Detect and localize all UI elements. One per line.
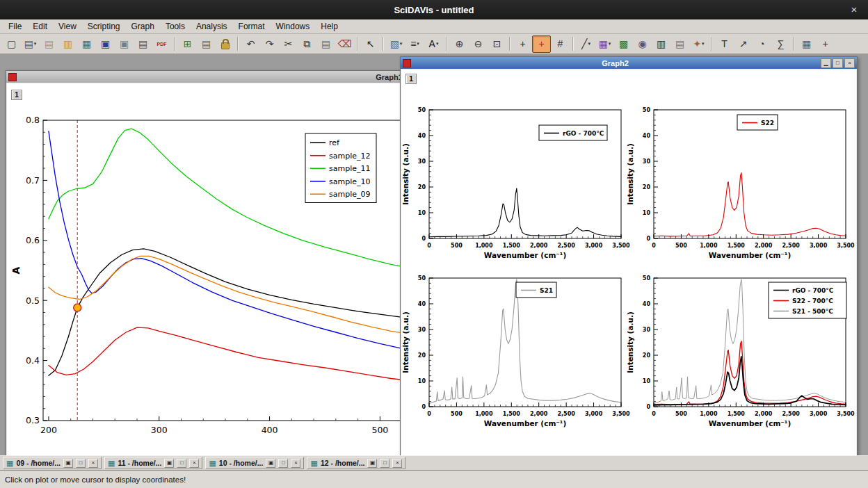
graph-window-icon: [8, 73, 17, 81]
graph2-titlebar[interactable]: Graph2 ▁□×: [401, 57, 857, 69]
add-timestamp-button[interactable]: ◔: [753, 35, 771, 53]
menu-tools[interactable]: Tools: [160, 20, 191, 33]
svg-text:10: 10: [418, 210, 426, 216]
line-style-dropdown[interactable]: ≡▾: [405, 35, 424, 53]
add-equation-button[interactable]: ∑: [771, 35, 790, 53]
menu-scripting[interactable]: Scripting: [82, 20, 126, 33]
svg-text:2,500: 2,500: [782, 243, 800, 249]
new-window-dropdown[interactable]: ▤▾: [21, 35, 40, 53]
rescale-button-icon: ⊡: [493, 39, 501, 49]
svg-text:10: 10: [643, 378, 651, 384]
open-template-button[interactable]: ▥: [58, 35, 77, 53]
project-explorer-button[interactable]: ⊞: [178, 35, 197, 53]
box-plot-button[interactable]: ▤: [670, 35, 689, 53]
raman-subplot-overlay[interactable]: 05001,0001,5002,0002,5003,0003,500010203…: [626, 270, 856, 437]
tab-float-button[interactable]: ▣: [63, 459, 73, 468]
menu-format[interactable]: Format: [233, 20, 271, 33]
tab-restore-button[interactable]: □: [278, 459, 288, 468]
graph2-window[interactable]: Graph2 ▁□× 1 05001,0001,5002,0002,5003,0…: [400, 56, 858, 455]
tab-restore-button[interactable]: □: [177, 459, 186, 468]
add-column-button[interactable]: +: [816, 35, 835, 53]
taskbar-tab-3[interactable]: ▦10 - /home/...▣□×: [205, 457, 304, 469]
rescale-button[interactable]: ⊡: [488, 35, 506, 53]
new-project-button[interactable]: ▢: [2, 35, 21, 53]
menu-help[interactable]: Help: [315, 20, 344, 33]
svg-text:10: 10: [418, 378, 426, 384]
svg-text:200: 200: [40, 425, 57, 435]
new-table-button[interactable]: ▦: [797, 35, 816, 53]
zoom-out-button[interactable]: ⊖: [469, 35, 488, 53]
delete-button[interactable]: ⌫: [335, 35, 354, 53]
taskbar-tab-4[interactable]: ▦12 - /home/...▣□×: [307, 457, 405, 469]
draw-arrow-button[interactable]: ↗: [734, 35, 753, 53]
tab-close-button[interactable]: ×: [392, 459, 402, 468]
dropdown-arrow-icon: ▾: [609, 41, 611, 47]
taskbar-tab-2[interactable]: ▦11 - /home/...▣□×: [104, 457, 202, 469]
tab-label: 12 - /home/...: [321, 459, 365, 467]
paste-button[interactable]: ▤: [316, 35, 335, 53]
menu-file[interactable]: File: [3, 20, 27, 33]
save-template-button-icon: ▣: [120, 39, 129, 49]
graph1-layer-button[interactable]: 1: [11, 90, 22, 100]
menu-view[interactable]: View: [53, 20, 82, 33]
tab-close-button[interactable]: ×: [291, 459, 300, 468]
graph2-close-button[interactable]: ×: [844, 58, 855, 68]
statusbar: Click on plot or move cursor to display …: [0, 470, 868, 488]
results-log-button[interactable]: ▤: [197, 35, 216, 53]
export-pdf-button[interactable]: PDF: [152, 35, 171, 53]
tab-float-button[interactable]: ▣: [266, 459, 275, 468]
menu-graph[interactable]: Graph: [126, 20, 160, 33]
copy-button[interactable]: ⧉: [298, 35, 316, 53]
histogram-button-icon: ▥: [657, 39, 666, 49]
tab-close-button[interactable]: ×: [88, 459, 98, 468]
open-project-button[interactable]: ▤: [40, 35, 58, 53]
histogram-button[interactable]: ▥: [652, 35, 670, 53]
app-close-icon[interactable]: ×: [847, 3, 861, 17]
menu-analysis[interactable]: Analysis: [191, 20, 233, 33]
menu-windows[interactable]: Windows: [271, 20, 316, 33]
toolbar-separator: [711, 37, 712, 51]
move-points-button[interactable]: #: [551, 35, 570, 53]
screen-reader-button[interactable]: +: [513, 35, 532, 53]
graph2-restore-button[interactable]: □: [833, 58, 843, 68]
svg-text:2,000: 2,000: [530, 411, 548, 417]
svg-text:20: 20: [643, 352, 651, 359]
graph2-minimize-button[interactable]: ▁: [821, 58, 831, 68]
menu-edit[interactable]: Edit: [27, 20, 53, 33]
data-reader-button[interactable]: +: [532, 35, 551, 53]
new-table-button-icon: ▦: [802, 39, 811, 49]
raman-subplot-s22[interactable]: 05001,0001,5002,0002,5003,0003,500010203…: [626, 101, 856, 268]
save-project-button[interactable]: ▣: [96, 35, 115, 53]
tab-restore-button[interactable]: □: [380, 459, 389, 468]
fit-wizard-dropdown[interactable]: ✦▾: [689, 35, 708, 53]
tab-close-button[interactable]: ×: [189, 459, 199, 468]
zoom-in-button[interactable]: ⊕: [450, 35, 469, 53]
plot-3d-button[interactable]: ◉: [633, 35, 652, 53]
taskbar-tab-1[interactable]: ▦09 - /home/...▣□×: [3, 457, 102, 469]
undo-button[interactable]: ↶: [241, 35, 260, 53]
print-button[interactable]: ▤: [134, 35, 152, 53]
pointer-button[interactable]: ↖: [361, 35, 380, 53]
contour-plot-button[interactable]: ▩: [614, 35, 633, 53]
add-image-dropdown[interactable]: ▦▾: [595, 35, 614, 53]
add-text-button[interactable]: T: [715, 35, 734, 53]
svg-text:40: 40: [418, 301, 426, 307]
svg-text:3,500: 3,500: [837, 411, 855, 417]
tab-float-button[interactable]: ▣: [367, 459, 377, 468]
toolbar-separator: [237, 37, 239, 51]
redo-button[interactable]: ↷: [260, 35, 279, 53]
graph2-canvas[interactable]: 1 05001,0001,5002,0002,5003,0003,5000102…: [401, 70, 856, 455]
raman-subplot-s21[interactable]: 05001,0001,5002,0002,5003,0003,500010203…: [401, 270, 632, 437]
draw-line-dropdown[interactable]: ╱▾: [577, 35, 595, 53]
plot-style-dropdown[interactable]: ▧▾: [387, 35, 405, 53]
raman-subplot-rgo[interactable]: 05001,0001,5002,0002,5003,0003,500010203…: [401, 101, 632, 268]
save-template-button[interactable]: ▣: [115, 35, 134, 53]
tab-float-button[interactable]: ▣: [164, 459, 174, 468]
tab-restore-button[interactable]: □: [76, 459, 86, 468]
cut-button[interactable]: ✂: [279, 35, 298, 53]
font-dropdown[interactable]: A▾: [424, 35, 443, 53]
lock-toolbars-button[interactable]: [216, 35, 234, 53]
import-ascii-button[interactable]: ▦: [77, 35, 96, 53]
line-style-dropdown-icon: ≡: [410, 39, 416, 49]
graph2-layer-button[interactable]: 1: [405, 74, 417, 84]
